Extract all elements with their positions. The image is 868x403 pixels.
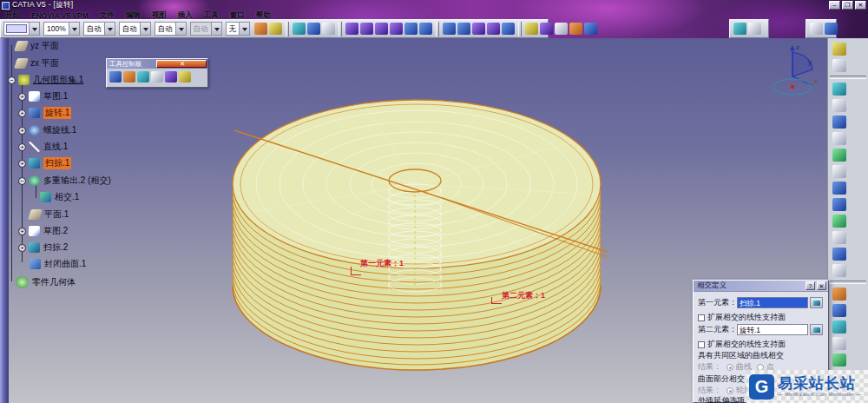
tree-item-multi-output[interactable]: − 多重输出.2 (相交): [18, 175, 111, 187]
expand-icon[interactable]: +: [18, 109, 26, 117]
first-element-annotation[interactable]: 第一元素：1: [360, 258, 404, 269]
wizard-icon[interactable]: [269, 23, 282, 35]
tree-item-sketch-1[interactable]: + 草图.1: [18, 90, 68, 102]
chevron-down-icon[interactable]: [175, 23, 186, 35]
view-tool-icon[interactable]: [390, 23, 403, 35]
workbench-tool-icon[interactable]: [832, 320, 846, 334]
color-dropdown[interactable]: [3, 22, 40, 36]
misc-tool-icon[interactable]: [525, 23, 538, 35]
expand-icon[interactable]: +: [18, 93, 26, 101]
layer-dropdown[interactable]: 无: [226, 22, 251, 36]
second-element-field[interactable]: 旋转.1: [737, 324, 808, 335]
workbench-tool-icon[interactable]: [832, 43, 846, 56]
workbench-tool-icon[interactable]: [832, 198, 846, 211]
tree-anchor-bar[interactable]: [0, 38, 9, 403]
compass[interactable]: z y x: [766, 42, 820, 104]
palette-tool-icon[interactable]: [109, 71, 122, 83]
workbench-tool-icon[interactable]: [832, 165, 846, 178]
workbench-tool-icon[interactable]: [832, 59, 846, 72]
workbench-tool-icon[interactable]: [832, 231, 846, 244]
expand-icon[interactable]: +: [18, 228, 26, 235]
palette-tool-icon[interactable]: [123, 71, 135, 83]
workbench-tool-icon[interactable]: [832, 182, 846, 195]
tree-item-helix-1[interactable]: + 螺旋线.1: [18, 124, 76, 136]
expand-icon[interactable]: +: [18, 160, 26, 168]
chevron-down-icon[interactable]: [140, 23, 150, 35]
tree-item-sketch-2[interactable]: + 草图.2: [18, 225, 68, 237]
tree-item-sweep-1[interactable]: + 扫掠.1: [18, 157, 71, 169]
close-icon[interactable]: ✕: [817, 281, 826, 290]
chevron-down-icon[interactable]: [104, 23, 115, 35]
workbench-tool-icon[interactable]: [832, 304, 846, 317]
workbench-tool-icon[interactable]: [832, 215, 846, 228]
expand-icon[interactable]: +: [18, 127, 26, 135]
tree-item-close-surface[interactable]: 封闭曲面.1: [30, 258, 86, 270]
misc-tool-icon[interactable]: [540, 23, 553, 35]
workbench-tool-icon[interactable]: [832, 149, 846, 162]
first-element-field[interactable]: 扫掠.1: [737, 297, 808, 308]
palette-tool-icon[interactable]: [179, 71, 191, 83]
extract-icon[interactable]: [810, 297, 823, 308]
catalog-icon[interactable]: [293, 23, 306, 35]
chevron-down-icon[interactable]: [239, 23, 249, 35]
tool-palette-titlebar[interactable]: 工具控制板 ✕: [107, 59, 207, 69]
misc-tool-icon[interactable]: [555, 23, 568, 35]
collapse-icon[interactable]: −: [18, 177, 26, 185]
chevron-down-icon[interactable]: [69, 23, 79, 35]
tree-item-partbody[interactable]: 零件几何体: [16, 276, 76, 288]
render-style-icon[interactable]: [457, 23, 470, 35]
workbench-tool-icon[interactable]: [832, 353, 846, 367]
misc-tool-icon[interactable]: [569, 23, 582, 35]
knowledge-tool-icon[interactable]: [733, 23, 746, 35]
extend-support-checkbox-1[interactable]: [698, 314, 705, 321]
tree-item-yz-plane[interactable]: yz 平面: [16, 40, 59, 52]
view-tool-icon[interactable]: [360, 23, 373, 35]
view-tool-icon[interactable]: [375, 23, 388, 35]
tree-item-revolve-1[interactable]: + 旋转.1: [18, 107, 71, 119]
workbench-tool-icon[interactable]: [832, 337, 846, 350]
tree-item-line-1[interactable]: + 直线.1: [18, 141, 68, 153]
palette-tool-icon[interactable]: [137, 71, 149, 83]
palette-tool-icon[interactable]: [165, 71, 177, 83]
close-icon[interactable]: ✕: [156, 60, 207, 68]
minimize-button[interactable]: –: [829, 1, 840, 10]
tree-item-geometrical-set[interactable]: − 几何图形集.1: [8, 74, 83, 86]
linetype-dropdown[interactable]: 自动: [119, 22, 151, 36]
misc-tool-icon[interactable]: [584, 23, 597, 35]
workbench-tool-icon[interactable]: [832, 116, 846, 129]
workbench-tool-icon[interactable]: [832, 99, 846, 112]
extend-support-checkbox-2[interactable]: [698, 341, 705, 348]
lineweight-dropdown[interactable]: 自动: [155, 22, 187, 36]
view-tool-icon[interactable]: [419, 23, 432, 35]
select-tool-icon[interactable]: [825, 23, 838, 35]
knowledge-tool-icon[interactable]: [748, 23, 761, 35]
tool-palette[interactable]: 工具控制板 ✕: [106, 58, 208, 88]
expand-icon[interactable]: +: [18, 143, 26, 151]
render-mode-dropdown[interactable]: 自动: [83, 22, 115, 36]
workbench-tool-icon[interactable]: [832, 83, 846, 96]
render-style-icon[interactable]: [487, 23, 500, 35]
whats-this-icon[interactable]: [322, 23, 335, 35]
render-style-icon[interactable]: [472, 23, 485, 35]
extract-icon[interactable]: [810, 324, 823, 335]
title-bar[interactable]: CATIA V5 - [旋转] – ❐ ✕: [0, 0, 868, 10]
workbench-tool-icon[interactable]: [832, 132, 846, 145]
select-tool-icon[interactable]: [810, 23, 823, 35]
opacity-dropdown[interactable]: 100%: [43, 22, 80, 36]
tree-item-sweep-2[interactable]: + 扫掠.2: [18, 241, 68, 254]
collapse-icon[interactable]: −: [8, 76, 16, 84]
painter-icon[interactable]: [254, 23, 267, 35]
dialog-titlebar[interactable]: 相交定义 ? ✕: [694, 281, 828, 292]
close-button[interactable]: ✕: [855, 1, 866, 10]
tree-item-intersect-1[interactable]: 相交.1: [40, 191, 79, 203]
palette-tool-icon[interactable]: [151, 71, 163, 83]
restore-button[interactable]: ❐: [842, 1, 853, 10]
3d-viewport[interactable]: 第一元素：1 第二元素：1 z y x yz 平面: [0, 38, 868, 403]
workbench-tool-icon[interactable]: [832, 248, 846, 261]
workbench-tool-icon[interactable]: [832, 264, 846, 277]
tree-item-zx-plane[interactable]: zx 平面: [16, 57, 59, 69]
view-tool-icon[interactable]: [404, 23, 418, 35]
tree-item-plane-1[interactable]: 平面.1: [30, 208, 69, 221]
paste-format-icon[interactable]: [307, 23, 320, 35]
view-tool-icon[interactable]: [345, 23, 358, 35]
